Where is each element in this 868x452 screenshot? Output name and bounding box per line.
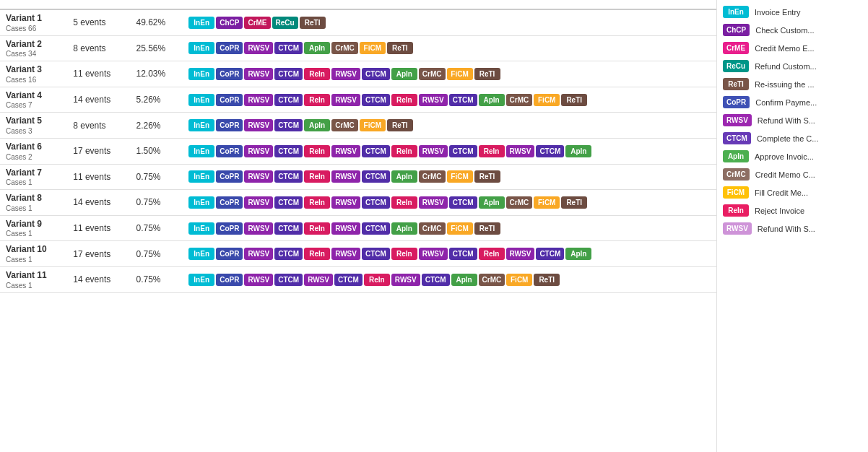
step-badge[interactable]: CoPR — [216, 274, 243, 286]
step-badge[interactable]: RWSV — [419, 248, 448, 260]
legend-item[interactable]: CoPRConfirm Payme... — [717, 93, 868, 111]
step-badge[interactable]: RWSV — [244, 68, 273, 80]
step-badge[interactable]: InEn — [188, 42, 214, 54]
step-badge[interactable]: ReTI — [387, 42, 413, 54]
step-badge[interactable]: CoPR — [216, 222, 243, 235]
step-badge[interactable]: CTCM — [274, 42, 303, 54]
step-badge[interactable]: CTCM — [274, 145, 303, 157]
step-badge[interactable]: ReIn — [304, 222, 330, 235]
step-badge[interactable]: ApIn — [304, 119, 330, 131]
step-badge[interactable]: CrMC — [419, 68, 446, 80]
table-row[interactable]: Variant 11Cases 114 events0.75%InEnCoPRR… — [0, 266, 716, 292]
legend-item[interactable]: RWSVRefund With S... — [717, 111, 868, 129]
step-badge[interactable]: RWSV — [331, 94, 360, 106]
header-cases-pct[interactable] — [130, 0, 183, 9]
legend-item[interactable]: ChCPCheck Custom... — [717, 21, 868, 39]
step-badge[interactable]: ReTI — [561, 94, 587, 106]
step-badge[interactable]: RWSV — [506, 248, 535, 260]
step-badge[interactable]: RWSV — [331, 145, 360, 157]
legend-item[interactable]: CTCMComplete the C... — [717, 129, 868, 147]
step-badge[interactable]: CrMC — [479, 274, 505, 286]
step-badge[interactable]: CTCM — [362, 145, 390, 157]
step-badge[interactable]: CTCM — [274, 196, 303, 209]
step-badge[interactable]: FiCM — [447, 170, 473, 183]
step-badge[interactable]: ReIn — [304, 170, 330, 183]
step-badge[interactable]: CTCM — [362, 170, 390, 183]
legend-item[interactable]: ReTIRe-issuing the ... — [717, 75, 868, 93]
table-row[interactable]: Variant 10Cases 117 events0.75%InEnCoPRR… — [0, 241, 716, 267]
legend-item[interactable]: RWSVRefund With S... — [717, 220, 868, 238]
step-badge[interactable]: CTCM — [274, 119, 303, 131]
step-badge[interactable]: RWSV — [244, 196, 273, 209]
step-badge[interactable]: CTCM — [274, 248, 303, 260]
step-badge[interactable]: ApIn — [304, 42, 330, 54]
step-badge[interactable]: RWSV — [244, 42, 273, 54]
step-badge[interactable]: RWSV — [244, 94, 273, 106]
table-row[interactable]: Variant 8Cases 114 events0.75%InEnCoPRRW… — [0, 190, 716, 216]
step-badge[interactable]: FiCM — [447, 222, 473, 235]
step-badge[interactable]: ReIn — [364, 274, 390, 286]
step-badge[interactable]: ReIn — [304, 196, 330, 209]
step-badge[interactable]: ReIn — [304, 248, 330, 260]
step-badge[interactable]: ApIn — [479, 196, 505, 209]
table-row[interactable]: Variant 9Cases 111 events0.75%InEnCoPRRW… — [0, 215, 716, 241]
step-badge[interactable]: ApIn — [479, 94, 505, 106]
step-badge[interactable]: ReTI — [561, 196, 587, 209]
legend-item[interactable]: FiCMFill Credit Me... — [717, 183, 868, 201]
step-badge[interactable]: FiCM — [360, 42, 386, 54]
step-badge[interactable]: RWSV — [419, 145, 448, 157]
step-badge[interactable]: CTCM — [362, 196, 390, 209]
step-badge[interactable]: CTCM — [362, 94, 390, 106]
step-badge[interactable]: CTCM — [536, 145, 564, 157]
step-badge[interactable]: ApIn — [391, 68, 417, 80]
step-badge[interactable]: InEn — [188, 170, 214, 183]
header-events[interactable] — [67, 0, 130, 9]
step-badge[interactable]: CTCM — [274, 170, 303, 183]
step-badge[interactable]: CrMC — [331, 119, 358, 131]
step-badge[interactable]: CoPR — [216, 248, 243, 260]
step-badge[interactable]: CrMC — [419, 222, 446, 235]
header-variant-name[interactable] — [0, 0, 67, 9]
step-badge[interactable]: CrMC — [419, 170, 446, 183]
step-badge[interactable]: RWSV — [304, 274, 333, 286]
step-badge[interactable]: ReIn — [304, 94, 330, 106]
legend-item[interactable]: ReInReject Invoice — [717, 201, 868, 220]
step-badge[interactable]: RWSV — [244, 119, 273, 131]
step-badge[interactable]: RWSV — [391, 274, 420, 286]
table-row[interactable]: Variant 4Cases 714 events5.26%InEnCoPRRW… — [0, 87, 716, 113]
step-badge[interactable]: CTCM — [449, 248, 477, 260]
step-badge[interactable]: CTCM — [449, 196, 477, 209]
step-badge[interactable]: CTCM — [362, 248, 390, 260]
step-badge[interactable]: RWSV — [331, 170, 360, 183]
step-badge[interactable]: ReIn — [479, 145, 505, 157]
step-badge[interactable]: ReTI — [300, 17, 326, 29]
legend-item[interactable]: ApInApprove Invoic... — [717, 147, 868, 165]
step-badge[interactable]: RWSV — [244, 222, 273, 235]
table-row[interactable]: Variant 5Cases 38 events2.26%InEnCoPRRWS… — [0, 113, 716, 139]
step-badge[interactable]: FiCM — [534, 94, 560, 106]
step-badge[interactable]: ApIn — [391, 170, 417, 183]
table-row[interactable]: Variant 6Cases 217 events1.50%InEnCoPRRW… — [0, 138, 716, 164]
step-badge[interactable]: CTCM — [274, 68, 303, 80]
step-badge[interactable]: InEn — [188, 248, 214, 260]
step-badge[interactable]: ReIn — [304, 145, 330, 157]
step-badge[interactable]: RWSV — [331, 68, 360, 80]
step-badge[interactable]: InEn — [188, 274, 214, 286]
step-badge[interactable]: CrMC — [331, 42, 358, 54]
step-badge[interactable]: CTCM — [274, 94, 303, 106]
step-badge[interactable]: CoPR — [216, 145, 243, 157]
step-badge[interactable]: CoPR — [216, 42, 243, 54]
step-badge[interactable]: RWSV — [244, 274, 273, 286]
table-row[interactable]: Variant 7Cases 111 events0.75%InEnCoPRRW… — [0, 164, 716, 190]
step-badge[interactable]: ReIn — [479, 248, 505, 260]
step-badge[interactable]: CTCM — [362, 68, 390, 80]
step-badge[interactable]: ChCP — [216, 17, 243, 29]
table-row[interactable]: Variant 2Cases 348 events25.56%InEnCoPRR… — [0, 35, 716, 61]
step-badge[interactable]: ReCu — [272, 17, 298, 29]
step-badge[interactable]: ApIn — [451, 274, 477, 286]
step-badge[interactable]: FiCM — [534, 196, 560, 209]
step-badge[interactable]: ReTI — [474, 170, 500, 183]
legend-item[interactable]: ReCuRefund Custom... — [717, 57, 868, 75]
step-badge[interactable]: CTCM — [422, 274, 450, 286]
table-row[interactable]: Variant 1Cases 665 events49.62%InEnChCPC… — [0, 9, 716, 35]
